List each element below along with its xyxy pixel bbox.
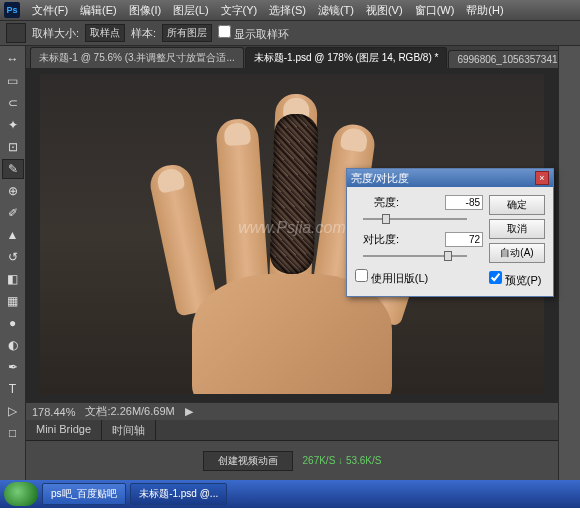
download-speed: 267K/S ↓ 53.6K/S	[303, 455, 382, 466]
options-bar: 取样大小: 取样点 样本: 所有图层 显示取样环	[0, 20, 580, 46]
eyedropper-tool[interactable]: ✎	[2, 159, 24, 179]
path-tool[interactable]: ▷	[2, 401, 24, 421]
heal-tool[interactable]: ⊕	[2, 181, 24, 201]
lasso-tool[interactable]: ⊂	[2, 93, 24, 113]
ok-button[interactable]: 确定	[489, 195, 545, 215]
brightness-slider[interactable]	[363, 212, 467, 226]
brightness-input[interactable]	[445, 195, 483, 210]
tool-palette: ↔ ▭ ⊂ ✦ ⊡ ✎ ⊕ ✐ ▲ ↺ ◧ ▦ ● ◐ ✒ T ▷ □	[0, 46, 26, 480]
history-brush-tool[interactable]: ↺	[2, 247, 24, 267]
doc-tab-2[interactable]: 未标题-1.psd @ 178% (图层 14, RGB/8) *	[245, 47, 448, 68]
stamp-tool[interactable]: ▲	[2, 225, 24, 245]
doc-tab-1[interactable]: 未标题-1 @ 75.6% (3.并调整尺寸放置合适...	[30, 47, 244, 68]
doc-tab-3[interactable]: 6996806_105635734124_2.jpg @ 143%(RGB/..…	[448, 50, 558, 68]
menu-filter[interactable]: 滤镜(T)	[318, 3, 354, 18]
zoom-level[interactable]: 178.44%	[32, 406, 75, 418]
menu-edit[interactable]: 编辑(E)	[80, 3, 117, 18]
cancel-button[interactable]: 取消	[489, 219, 545, 239]
menu-select[interactable]: 选择(S)	[269, 3, 306, 18]
brightness-label: 亮度:	[355, 195, 399, 210]
start-button[interactable]	[4, 482, 38, 506]
contrast-label: 对比度:	[355, 232, 399, 247]
taskbar-item-1[interactable]: ps吧_百度贴吧	[42, 483, 126, 505]
menu-layer[interactable]: 图层(L)	[173, 3, 208, 18]
dialog-title: 亮度/对比度	[351, 171, 409, 186]
contrast-input[interactable]	[445, 232, 483, 247]
preview-checkbox[interactable]: 预览(P)	[489, 271, 545, 288]
move-tool[interactable]: ↔	[2, 49, 24, 69]
menu-view[interactable]: 视图(V)	[366, 3, 403, 18]
sample-layers-select[interactable]: 所有图层	[162, 24, 212, 42]
menu-type[interactable]: 文字(Y)	[221, 3, 258, 18]
panel-timeline[interactable]: 时间轴	[102, 420, 156, 440]
panel-minibridge[interactable]: Mini Bridge	[26, 420, 102, 440]
menu-window[interactable]: 窗口(W)	[415, 3, 455, 18]
sample-size-label: 取样大小:	[32, 26, 79, 41]
menu-help[interactable]: 帮助(H)	[466, 3, 503, 18]
timeline-area: 创建视频动画 267K/S ↓ 53.6K/S	[26, 440, 558, 480]
brightness-contrast-dialog: 亮度/对比度 × 亮度: 对比度: 使用旧版(L) 确定 取消 自动(A) 预览…	[346, 168, 554, 297]
contrast-slider[interactable]	[363, 249, 467, 263]
ps-logo: Ps	[4, 2, 20, 18]
right-panel-dock[interactable]	[558, 46, 580, 480]
shape-tool[interactable]: □	[2, 423, 24, 443]
gradient-tool[interactable]: ▦	[2, 291, 24, 311]
doc-size: 文档:2.26M/6.69M	[85, 404, 174, 419]
document-tabs: 未标题-1 @ 75.6% (3.并调整尺寸放置合适... 未标题-1.psd …	[26, 46, 558, 68]
sample-layers-label: 样本:	[131, 26, 156, 41]
brush-tool[interactable]: ✐	[2, 203, 24, 223]
type-tool[interactable]: T	[2, 379, 24, 399]
pen-tool[interactable]: ✒	[2, 357, 24, 377]
menu-bar: Ps 文件(F) 编辑(E) 图像(I) 图层(L) 文字(Y) 选择(S) 滤…	[0, 0, 580, 20]
auto-button[interactable]: 自动(A)	[489, 243, 545, 263]
status-bar: 178.44% 文档:2.26M/6.69M ▶	[26, 402, 558, 420]
bottom-panels: Mini Bridge 时间轴	[26, 420, 558, 440]
wand-tool[interactable]: ✦	[2, 115, 24, 135]
crop-tool[interactable]: ⊡	[2, 137, 24, 157]
windows-taskbar: ps吧_百度贴吧 未标题-1.psd @...	[0, 480, 580, 508]
current-tool-icon[interactable]	[6, 23, 26, 43]
dodge-tool[interactable]: ◐	[2, 335, 24, 355]
image-watermark: www.Psjia.com	[238, 219, 346, 237]
show-ring-checkbox[interactable]: 显示取样环	[218, 25, 289, 42]
sample-size-select[interactable]: 取样点	[85, 24, 125, 42]
eraser-tool[interactable]: ◧	[2, 269, 24, 289]
dialog-titlebar[interactable]: 亮度/对比度 ×	[347, 169, 553, 187]
taskbar-item-2[interactable]: 未标题-1.psd @...	[130, 483, 227, 505]
blur-tool[interactable]: ●	[2, 313, 24, 333]
menu-image[interactable]: 图像(I)	[129, 3, 161, 18]
legacy-checkbox[interactable]: 使用旧版(L)	[355, 273, 428, 284]
page-caption: 4. 调整烟灰素材的"亮度对比度"（数值如图，也可 脚本之家 www.jb51.…	[0, 508, 580, 516]
menu-file[interactable]: 文件(F)	[32, 3, 68, 18]
marquee-tool[interactable]: ▭	[2, 71, 24, 91]
dialog-close-icon[interactable]: ×	[535, 171, 549, 185]
create-video-button[interactable]: 创建视频动画	[203, 451, 293, 471]
